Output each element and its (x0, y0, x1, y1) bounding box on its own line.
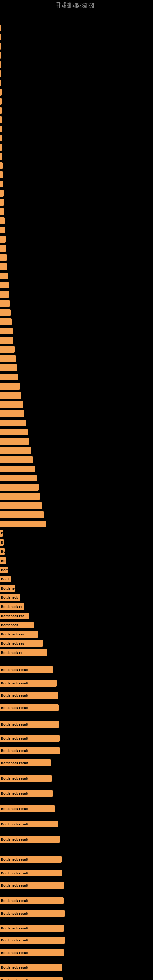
bar-item (0, 135, 2, 142)
bar-label: Bottlen (1, 577, 11, 581)
bar-item (0, 328, 13, 334)
bar-item (0, 392, 21, 399)
bar-label: Bottleneck result (1, 951, 28, 955)
bar-item (0, 383, 20, 390)
bar-label: Bottleneck re (1, 605, 22, 609)
bar-label: Bottleneck result (1, 926, 28, 930)
bar-item (0, 70, 1, 77)
bar-item: Bottleneck result (0, 805, 55, 812)
bar-item (0, 493, 40, 500)
bar-item: Bottleneck result (0, 925, 64, 932)
bar-item: Bottleneck result (0, 721, 59, 728)
bar-item (0, 24, 1, 31)
bar-item (0, 61, 1, 68)
bar-item (0, 199, 4, 206)
bar-label: Bottleneck result (1, 749, 28, 752)
bar-label: Bottleneck (1, 623, 18, 627)
bar-item (0, 346, 15, 353)
bar-label: Bottleneck re (1, 651, 22, 654)
bar-label: Bottleneck result (1, 792, 28, 795)
bar-item (0, 126, 2, 132)
bar-item: B (0, 539, 4, 546)
bar-label: Bottleneck result (1, 858, 28, 861)
bar-item (0, 429, 27, 436)
bar-label: Bottleneck (1, 596, 18, 599)
bar-item: Bottleneck res (0, 640, 43, 647)
bar-item (0, 208, 4, 215)
bar-item (0, 355, 16, 362)
bar-item (0, 107, 2, 114)
bar-label: Bottl (1, 568, 8, 572)
bar-item: Bottleneck re (0, 603, 24, 610)
bar-item (0, 227, 5, 233)
bar-item (0, 52, 1, 59)
bar-label: Bottleneck result (1, 883, 28, 887)
bar-item (0, 153, 2, 160)
bar-item (0, 272, 8, 279)
bar-item: Bottleneck result (0, 680, 57, 687)
bar-label: Bottleneck result (1, 668, 28, 671)
bar-label: Bottleneck result (1, 899, 28, 902)
bar-item: Bottleneck result (0, 882, 64, 889)
bar-label: Bottleneck result (1, 978, 28, 980)
bar-item (0, 245, 6, 252)
bar-item (0, 263, 7, 270)
bar-item (0, 181, 3, 188)
bar-item: Bottleneck result (0, 692, 58, 699)
bar-label: Bottlenec (1, 587, 15, 590)
bar-label: B (1, 541, 3, 544)
bar-item: Bottleneck result (0, 747, 60, 754)
bar-item (0, 337, 13, 344)
bar-item (0, 364, 17, 371)
bar-item (0, 520, 46, 527)
bar-item: Bottleneck result (0, 856, 62, 863)
bar-item: B (0, 530, 3, 536)
bar-item: Bottleneck result (0, 705, 59, 711)
bar-item: Bottleneck result (0, 836, 60, 843)
bar-label: Bottleneck result (1, 761, 28, 765)
bar-item (0, 438, 29, 445)
bar-label: Bottleneck result (1, 681, 28, 685)
bar-label: Bottleneck result (1, 807, 28, 811)
bar-label: Bottleneck result (1, 722, 28, 726)
bar-item: Bottlen (0, 576, 11, 582)
bar-item (0, 291, 9, 298)
bar-item: Bottleneck re (0, 649, 48, 656)
bar-item (0, 80, 1, 86)
bar-item: Bottleneck res (0, 631, 38, 638)
bar-item (0, 144, 2, 151)
bar-item (0, 43, 1, 49)
bar-item (0, 475, 37, 481)
bar-item (0, 318, 12, 325)
bar-item (0, 420, 26, 426)
bar-item (0, 466, 35, 472)
bar-item: Bottleneck result (0, 950, 64, 956)
bar-item (0, 34, 1, 40)
bar-label: Bottleneck res (1, 641, 24, 645)
bar-label: Bottleneck result (1, 939, 28, 942)
bar-item (0, 484, 38, 491)
bar-item: Bottleneck result (0, 897, 64, 904)
bar-label: Bottleneck result (1, 706, 28, 710)
bar-item (0, 410, 24, 417)
bar-item: Bottleneck result (0, 759, 51, 766)
bar-item (0, 511, 44, 518)
bar-item (0, 190, 4, 197)
bar-item (0, 282, 9, 288)
bar-item: Bottlenec (0, 585, 15, 592)
site-title: TheBottlenecker.com (0, 2, 153, 6)
bar-item (0, 236, 5, 243)
bar-label: Bottleneck result (1, 822, 28, 826)
bar-label: Bottleneck result (1, 694, 28, 697)
bar-label: Bottleneck result (1, 776, 28, 780)
bar-label: Bottleneck res (1, 614, 24, 618)
bar-item: Bottleneck result (0, 790, 53, 797)
bar-item (0, 162, 3, 169)
bar-item (0, 254, 7, 261)
bar-item: Bottleneck result (0, 667, 53, 673)
bar-item: Bottleneck result (0, 870, 62, 877)
bar-item: Bottleneck result (0, 910, 65, 917)
bar-item (0, 447, 31, 454)
bar-item: Bottleneck (0, 622, 33, 628)
bar-item: Bo (0, 557, 6, 564)
